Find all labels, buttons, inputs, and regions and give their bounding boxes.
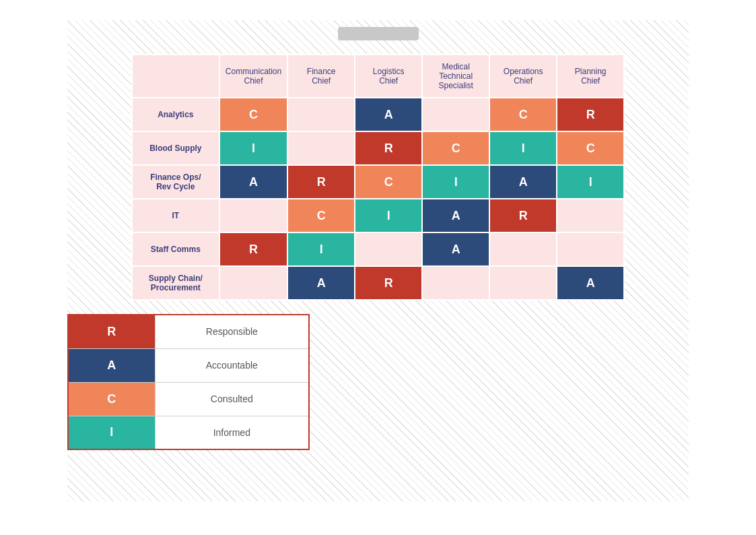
legend-code-a: A: [68, 348, 155, 382]
cell-r1-c3: C: [422, 131, 489, 165]
task-role-header: [132, 55, 219, 98]
title-bar: [338, 27, 419, 40]
cell-r3-c1: C: [287, 199, 355, 232]
cell-r3-c0: [219, 199, 287, 232]
cell-r5-c2: R: [355, 266, 422, 300]
cell-r5-c3: [422, 266, 489, 300]
cell-r4-c4: [489, 232, 557, 266]
cell-r2-c3: I: [422, 165, 489, 199]
col-header-5: PlanningChief: [557, 55, 624, 98]
col-header-2: LogisticsChief: [355, 55, 422, 98]
legend-table: RResponsibleAAccountableCConsultedIInfor…: [67, 314, 310, 450]
task-label: Blood Supply: [132, 131, 219, 165]
legend-code-r: R: [68, 315, 155, 348]
cell-r0-c4: C: [489, 98, 557, 131]
cell-r1-c1: [287, 131, 355, 165]
cell-r4-c1: I: [287, 232, 355, 266]
legend-code-i: I: [68, 416, 155, 449]
table-row: Staff CommsRIA: [132, 232, 624, 266]
table-row: Finance Ops/Rev CycleARCIAI: [132, 165, 624, 199]
cell-r0-c0: C: [219, 98, 287, 131]
cell-r5-c4: [489, 266, 557, 300]
legend-label-r: Responsible: [155, 315, 309, 348]
cell-r4-c5: [557, 232, 624, 266]
task-label: Staff Comms: [132, 232, 219, 266]
legend-row: AAccountable: [68, 348, 309, 382]
legend-row: IInformed: [68, 416, 309, 449]
cell-r2-c1: R: [287, 165, 355, 199]
legend-row: CConsulted: [68, 382, 309, 416]
cell-r4-c3: A: [422, 232, 489, 266]
cell-r2-c4: A: [489, 165, 557, 199]
cell-r1-c4: I: [489, 131, 557, 165]
legend-label-i: Informed: [155, 416, 309, 449]
cell-r4-c2: [355, 232, 422, 266]
cell-r0-c1: [287, 98, 355, 131]
cell-r5-c1: A: [287, 266, 355, 300]
col-header-3: MedicalTechnicalSpecialist: [422, 55, 489, 98]
cell-r2-c5: I: [557, 165, 624, 199]
legend-label-a: Accountable: [155, 348, 309, 382]
cell-r2-c0: A: [219, 165, 287, 199]
legend-code-c: C: [68, 382, 155, 416]
cell-r0-c2: A: [355, 98, 422, 131]
content-area: CommunicationChief FinanceChief Logistic…: [67, 20, 689, 501]
task-label: Supply Chain/Procurement: [132, 266, 219, 300]
matrix-table: CommunicationChief FinanceChief Logistic…: [131, 54, 625, 301]
legend-row: RResponsible: [68, 315, 309, 348]
cell-r1-c0: I: [219, 131, 287, 165]
task-label: IT: [132, 199, 219, 232]
legend-label-c: Consulted: [155, 382, 309, 416]
cell-r0-c5: R: [557, 98, 624, 131]
task-label: Analytics: [132, 98, 219, 131]
cell-r3-c4: R: [489, 199, 557, 232]
table-row: AnalyticsCACR: [132, 98, 624, 131]
table-row: Supply Chain/ProcurementARA: [132, 266, 624, 300]
cell-r5-c5: A: [557, 266, 624, 300]
cell-r3-c2: I: [355, 199, 422, 232]
cell-r1-c5: C: [557, 131, 624, 165]
cell-r5-c0: [219, 266, 287, 300]
page-background: CommunicationChief FinanceChief Logistic…: [0, 13, 756, 522]
col-header-4: OperationsChief: [489, 55, 557, 98]
table-row: Blood SupplyIRCIC: [132, 131, 624, 165]
col-header-0: CommunicationChief: [219, 55, 287, 98]
cell-r2-c2: C: [355, 165, 422, 199]
cell-r0-c3: [422, 98, 489, 131]
task-label: Finance Ops/Rev Cycle: [132, 165, 219, 199]
cell-r1-c2: R: [355, 131, 422, 165]
col-header-1: FinanceChief: [287, 55, 355, 98]
cell-r4-c0: R: [219, 232, 287, 266]
table-row: ITCIAR: [132, 199, 624, 232]
cell-r3-c5: [557, 199, 624, 232]
cell-r3-c3: A: [422, 199, 489, 232]
